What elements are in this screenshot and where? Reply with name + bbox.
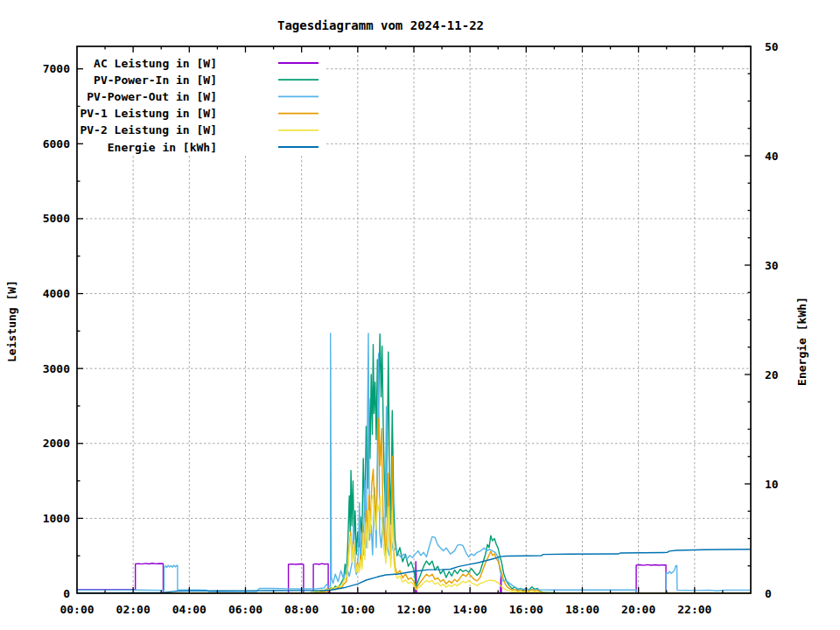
x-tick-label: 18:00	[565, 603, 599, 616]
y-right-tick-label: 0	[765, 587, 772, 600]
x-tick-label: 12:00	[396, 603, 430, 616]
x-tick-label: 00:00	[60, 603, 94, 616]
legend-label: PV-2 Leistung in [W]	[80, 123, 217, 136]
y-right-tick-label: 50	[765, 40, 779, 53]
legend: AC Leistung in [W]PV-Power-In in [W]PV-P…	[79, 49, 326, 156]
y-left-tick-label: 3000	[43, 362, 70, 375]
y-left-tick-label: 6000	[43, 137, 70, 150]
x-tick-label: 04:00	[172, 603, 206, 616]
legend-label: PV-Power-In in [W]	[94, 74, 217, 87]
y-right-tick-label: 40	[765, 150, 779, 163]
y-left-tick-label: 5000	[43, 212, 70, 225]
y-left-tick-label: 0	[63, 587, 70, 600]
x-tick-label: 20:00	[621, 603, 655, 616]
tagesdiagramm-page: Tagesdiagramm vom 2024-11-22 Leistung [W…	[0, 0, 840, 630]
chart-canvas: AC Leistung in [W]PV-Power-In in [W]PV-P…	[0, 0, 840, 630]
y-left-tick-label: 4000	[43, 287, 70, 300]
y-left-tick-label: 1000	[43, 512, 70, 525]
legend-label: PV-1 Leistung in [W]	[80, 107, 217, 120]
x-tick-label: 14:00	[453, 603, 487, 616]
y-right-tick-label: 10	[765, 478, 779, 491]
legend-label: Energie in [kWh]	[108, 141, 217, 154]
y-left-tick-label: 2000	[43, 437, 70, 450]
x-tick-label: 10:00	[340, 603, 374, 616]
x-tick-label: 22:00	[677, 603, 711, 616]
x-tick-label: 02:00	[116, 603, 150, 616]
y-left-tick-label: 7000	[43, 62, 70, 75]
y-right-tick-label: 20	[765, 368, 779, 382]
x-tick-label: 06:00	[228, 603, 262, 616]
y-right-tick-label: 30	[765, 259, 779, 272]
x-tick-label: 08:00	[284, 603, 318, 616]
legend-label: PV-Power-Out in [W]	[87, 90, 217, 103]
x-tick-label: 16:00	[509, 603, 543, 616]
legend-label: AC Leistung in [W]	[94, 57, 217, 70]
